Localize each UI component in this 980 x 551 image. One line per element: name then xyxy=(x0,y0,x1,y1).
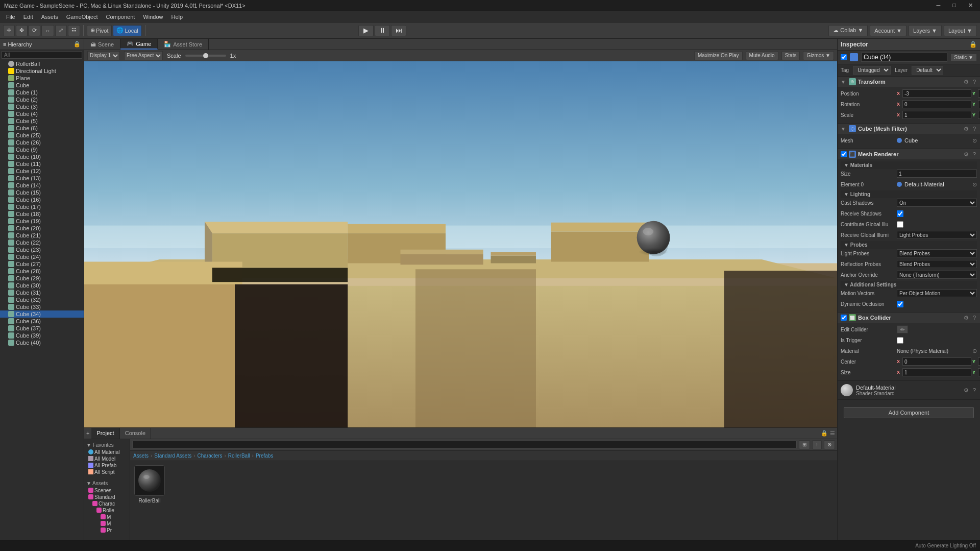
collab-button[interactable]: ☁ Collab ▼ xyxy=(828,25,868,36)
h-item-cube[interactable]: Cube xyxy=(0,82,84,89)
h-item-cube2[interactable]: Cube (2) xyxy=(0,96,84,103)
hierarchy-lock-icon[interactable]: 🔒 xyxy=(74,41,81,47)
mesh-renderer-info-btn[interactable]: ? xyxy=(972,151,977,158)
stats-btn[interactable]: Stats xyxy=(781,51,800,60)
global-btn[interactable]: 🌐 Local xyxy=(113,25,141,36)
mesh-filter-settings-btn[interactable]: ⚙ xyxy=(963,126,970,132)
h-item-plane[interactable]: Plane xyxy=(0,75,84,82)
collider-material-select-btn[interactable]: ⊙ xyxy=(972,348,977,354)
transform-info-btn[interactable]: ? xyxy=(972,79,977,85)
add-btn[interactable]: + xyxy=(84,428,91,439)
h-item-cube12[interactable]: Cube (12) xyxy=(0,167,84,175)
bc-assets[interactable]: Assets xyxy=(133,453,149,459)
tab-scene[interactable]: 🏔 Scene xyxy=(84,39,120,50)
box-collider-settings-btn[interactable]: ⚙ xyxy=(963,315,970,321)
assets-sort-btn[interactable]: ↑ xyxy=(812,440,822,449)
tree-charac[interactable]: Charac xyxy=(86,500,128,507)
h-item-cube6[interactable]: Cube (6) xyxy=(0,125,84,132)
mesh-renderer-settings-btn[interactable]: ⚙ xyxy=(963,151,970,158)
static-button[interactable]: Static ▼ xyxy=(950,54,977,61)
rot-x-input[interactable] xyxy=(902,100,971,108)
h-item-cube27[interactable]: Cube (27) xyxy=(0,260,84,268)
h-item-cube1[interactable]: Cube (1) xyxy=(0,89,84,96)
is-trigger-checkbox[interactable] xyxy=(897,337,903,344)
h-item-rollerball[interactable]: RollerBall xyxy=(0,60,84,67)
object-name-input[interactable] xyxy=(861,53,947,62)
rect-tool[interactable]: ⤢ xyxy=(55,25,67,36)
minimize-btn[interactable]: ─ xyxy=(934,2,944,9)
layer-select[interactable]: Default xyxy=(912,66,943,75)
h-item-cube16[interactable]: Cube (16) xyxy=(0,196,84,203)
h-item-cube37[interactable]: Cube (37) xyxy=(0,325,84,332)
h-item-cube23[interactable]: Cube (23) xyxy=(0,246,84,253)
aspect-select[interactable]: Free Aspect xyxy=(124,51,163,60)
menu-component[interactable]: Component xyxy=(102,13,139,21)
pause-button[interactable]: ⏸ xyxy=(375,25,390,36)
receive-shadows-checkbox[interactable] xyxy=(897,210,903,217)
h-item-cube13[interactable]: Cube (13) xyxy=(0,175,84,182)
assets-search-input[interactable] xyxy=(132,441,797,448)
csize-x-input[interactable] xyxy=(902,368,971,376)
project-lock-icon[interactable]: 🔒 xyxy=(821,430,828,437)
h-item-cube36[interactable]: Cube (36) xyxy=(0,318,84,325)
bc-standard[interactable]: Standard Assets xyxy=(154,453,191,459)
receive-gi-select[interactable]: Light Probes xyxy=(897,231,977,239)
tree-scenes[interactable]: Scenes xyxy=(86,487,128,494)
add-component-button[interactable]: Add Component xyxy=(844,407,974,418)
play-button[interactable]: ▶ xyxy=(358,25,374,36)
h-item-cube34[interactable]: Cube (34) xyxy=(0,310,84,318)
scale-slider-track[interactable] xyxy=(185,55,226,57)
h-item-cube14[interactable]: Cube (14) xyxy=(0,182,84,189)
h-item-cube29[interactable]: Cube (29) xyxy=(0,275,84,282)
h-item-cube3[interactable]: Cube (3) xyxy=(0,103,84,110)
pos-x-input[interactable] xyxy=(902,89,971,98)
h-item-cube25[interactable]: Cube (25) xyxy=(0,132,84,139)
project-menu-icon[interactable]: ☰ xyxy=(830,430,835,437)
h-item-cube33[interactable]: Cube (33) xyxy=(0,303,84,310)
menu-window[interactable]: Window xyxy=(139,13,167,21)
assets-filter-btn[interactable]: ⊗ xyxy=(824,440,835,449)
fav-all-models[interactable]: All Model xyxy=(86,456,128,462)
mesh-select-btn[interactable]: ⊙ xyxy=(972,137,977,144)
center-y-input[interactable] xyxy=(978,357,980,366)
light-probes-select[interactable]: Blend Probes xyxy=(897,249,977,257)
inspector-lock-icon[interactable]: 🔒 xyxy=(969,41,977,48)
mesh-filter-header[interactable]: ▼ ⬡ Cube (Mesh Filter) ⚙ ? xyxy=(838,124,980,134)
move-tool[interactable]: ✥ xyxy=(16,25,28,36)
h-item-cube40[interactable]: Cube (40) xyxy=(0,339,84,346)
game-viewport[interactable] xyxy=(84,61,837,427)
assets-view-btn[interactable]: ⊞ xyxy=(799,440,810,449)
h-item-cube26[interactable]: Cube (26) xyxy=(0,139,84,146)
dynamic-occ-checkbox[interactable] xyxy=(897,301,903,307)
h-item-cube21[interactable]: Cube (21) xyxy=(0,232,84,239)
layout-button[interactable]: Layout ▼ xyxy=(944,25,977,36)
mesh-renderer-enabled[interactable] xyxy=(841,151,847,157)
menu-help[interactable]: Help xyxy=(167,13,187,21)
box-collider-enabled[interactable] xyxy=(841,315,847,321)
anchor-select[interactable]: None (Transform) xyxy=(897,271,977,279)
center-x-input[interactable] xyxy=(902,357,971,366)
mute-audio-btn[interactable]: Mute Audio xyxy=(746,51,778,60)
menu-edit[interactable]: Edit xyxy=(19,13,37,21)
step-button[interactable]: ⏭ xyxy=(391,25,406,36)
element0-select-btn[interactable]: ⊙ xyxy=(972,181,977,188)
transform-tool[interactable]: ☷ xyxy=(68,25,80,36)
tree-standard[interactable]: Standard xyxy=(86,494,128,500)
rotate-tool[interactable]: ⟳ xyxy=(29,25,40,36)
h-item-cube20[interactable]: Cube (20) xyxy=(0,225,84,232)
h-item-cube15[interactable]: Cube (15) xyxy=(0,189,84,196)
tab-asset-store[interactable]: 🏪 Asset Store xyxy=(158,39,209,50)
h-item-cube19[interactable]: Cube (19) xyxy=(0,218,84,225)
h-item-cube32[interactable]: Cube (32) xyxy=(0,296,84,303)
hierarchy-search[interactable] xyxy=(2,51,82,59)
h-item-cube10[interactable]: Cube (10) xyxy=(0,153,84,160)
h-item-cube18[interactable]: Cube (18) xyxy=(0,210,84,218)
asset-rollerball[interactable]: RollerBall xyxy=(134,465,165,536)
h-item-cube17[interactable]: Cube (17) xyxy=(0,203,84,210)
h-item-cube4[interactable]: Cube (4) xyxy=(0,110,84,117)
fav-all-materials[interactable]: All Material xyxy=(86,449,128,456)
mesh-renderer-header[interactable]: ⬛ Mesh Renderer ⚙ ? xyxy=(838,149,980,159)
display-select[interactable]: Display 1 xyxy=(87,51,120,60)
motion-select[interactable]: Per Object Motion xyxy=(897,289,977,297)
maximize-on-play-btn[interactable]: Maximize On Play xyxy=(694,51,743,60)
